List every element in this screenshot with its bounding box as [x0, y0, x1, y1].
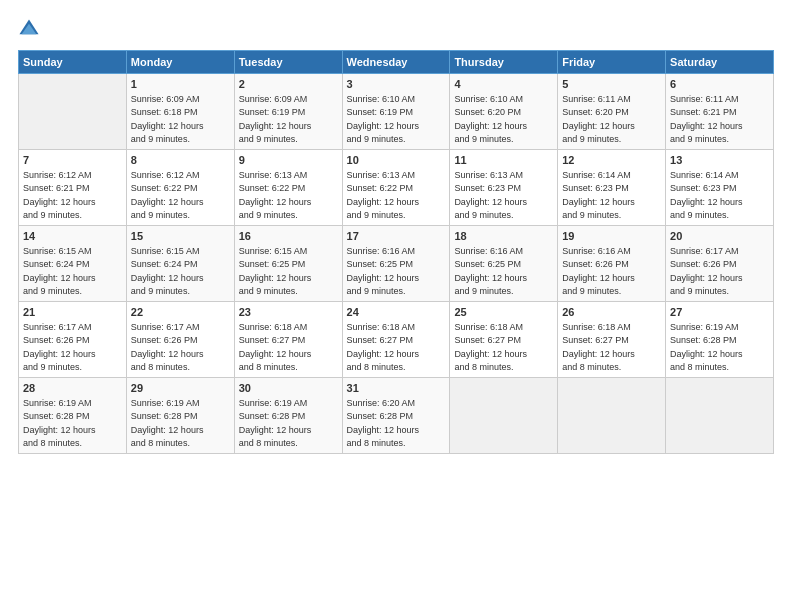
day-info: Sunrise: 6:19 AM Sunset: 6:28 PM Dayligh… — [131, 398, 204, 447]
weekday-header-tuesday: Tuesday — [234, 51, 342, 74]
day-cell: 19Sunrise: 6:16 AM Sunset: 6:26 PM Dayli… — [558, 226, 666, 302]
day-cell: 28Sunrise: 6:19 AM Sunset: 6:28 PM Dayli… — [19, 378, 127, 454]
day-number: 13 — [670, 153, 769, 167]
day-cell: 4Sunrise: 6:10 AM Sunset: 6:20 PM Daylig… — [450, 74, 558, 150]
day-cell: 24Sunrise: 6:18 AM Sunset: 6:27 PM Dayli… — [342, 302, 450, 378]
day-info: Sunrise: 6:11 AM Sunset: 6:21 PM Dayligh… — [670, 94, 743, 143]
logo — [18, 18, 44, 40]
day-info: Sunrise: 6:16 AM Sunset: 6:25 PM Dayligh… — [454, 246, 527, 295]
day-number: 5 — [562, 77, 661, 91]
day-number: 15 — [131, 229, 230, 243]
day-cell — [19, 74, 127, 150]
day-cell: 23Sunrise: 6:18 AM Sunset: 6:27 PM Dayli… — [234, 302, 342, 378]
weekday-header-thursday: Thursday — [450, 51, 558, 74]
day-number: 22 — [131, 305, 230, 319]
day-number: 18 — [454, 229, 553, 243]
day-info: Sunrise: 6:15 AM Sunset: 6:24 PM Dayligh… — [131, 246, 204, 295]
day-number: 11 — [454, 153, 553, 167]
day-cell — [666, 378, 774, 454]
day-number: 10 — [347, 153, 446, 167]
day-number: 7 — [23, 153, 122, 167]
day-cell: 9Sunrise: 6:13 AM Sunset: 6:22 PM Daylig… — [234, 150, 342, 226]
day-cell: 10Sunrise: 6:13 AM Sunset: 6:22 PM Dayli… — [342, 150, 450, 226]
day-cell: 2Sunrise: 6:09 AM Sunset: 6:19 PM Daylig… — [234, 74, 342, 150]
day-info: Sunrise: 6:10 AM Sunset: 6:20 PM Dayligh… — [454, 94, 527, 143]
day-cell: 30Sunrise: 6:19 AM Sunset: 6:28 PM Dayli… — [234, 378, 342, 454]
day-number: 31 — [347, 381, 446, 395]
day-info: Sunrise: 6:19 AM Sunset: 6:28 PM Dayligh… — [239, 398, 312, 447]
day-number: 25 — [454, 305, 553, 319]
day-cell: 8Sunrise: 6:12 AM Sunset: 6:22 PM Daylig… — [126, 150, 234, 226]
day-cell: 1Sunrise: 6:09 AM Sunset: 6:18 PM Daylig… — [126, 74, 234, 150]
day-number: 16 — [239, 229, 338, 243]
day-info: Sunrise: 6:09 AM Sunset: 6:18 PM Dayligh… — [131, 94, 204, 143]
day-cell: 7Sunrise: 6:12 AM Sunset: 6:21 PM Daylig… — [19, 150, 127, 226]
day-info: Sunrise: 6:09 AM Sunset: 6:19 PM Dayligh… — [239, 94, 312, 143]
weekday-header-friday: Friday — [558, 51, 666, 74]
day-number: 12 — [562, 153, 661, 167]
day-number: 28 — [23, 381, 122, 395]
day-number: 24 — [347, 305, 446, 319]
day-cell: 31Sunrise: 6:20 AM Sunset: 6:28 PM Dayli… — [342, 378, 450, 454]
day-cell: 22Sunrise: 6:17 AM Sunset: 6:26 PM Dayli… — [126, 302, 234, 378]
day-info: Sunrise: 6:15 AM Sunset: 6:25 PM Dayligh… — [239, 246, 312, 295]
day-number: 4 — [454, 77, 553, 91]
day-number: 20 — [670, 229, 769, 243]
day-number: 19 — [562, 229, 661, 243]
day-cell: 20Sunrise: 6:17 AM Sunset: 6:26 PM Dayli… — [666, 226, 774, 302]
day-info: Sunrise: 6:20 AM Sunset: 6:28 PM Dayligh… — [347, 398, 420, 447]
day-info: Sunrise: 6:18 AM Sunset: 6:27 PM Dayligh… — [239, 322, 312, 371]
day-info: Sunrise: 6:19 AM Sunset: 6:28 PM Dayligh… — [670, 322, 743, 371]
day-number: 17 — [347, 229, 446, 243]
day-info: Sunrise: 6:16 AM Sunset: 6:25 PM Dayligh… — [347, 246, 420, 295]
day-info: Sunrise: 6:17 AM Sunset: 6:26 PM Dayligh… — [23, 322, 96, 371]
day-cell: 11Sunrise: 6:13 AM Sunset: 6:23 PM Dayli… — [450, 150, 558, 226]
day-info: Sunrise: 6:11 AM Sunset: 6:20 PM Dayligh… — [562, 94, 635, 143]
day-number: 27 — [670, 305, 769, 319]
day-info: Sunrise: 6:16 AM Sunset: 6:26 PM Dayligh… — [562, 246, 635, 295]
weekday-header-monday: Monday — [126, 51, 234, 74]
day-number: 3 — [347, 77, 446, 91]
day-info: Sunrise: 6:14 AM Sunset: 6:23 PM Dayligh… — [562, 170, 635, 219]
week-row-5: 28Sunrise: 6:19 AM Sunset: 6:28 PM Dayli… — [19, 378, 774, 454]
day-info: Sunrise: 6:13 AM Sunset: 6:22 PM Dayligh… — [239, 170, 312, 219]
day-cell: 16Sunrise: 6:15 AM Sunset: 6:25 PM Dayli… — [234, 226, 342, 302]
day-cell: 21Sunrise: 6:17 AM Sunset: 6:26 PM Dayli… — [19, 302, 127, 378]
day-number: 30 — [239, 381, 338, 395]
day-number: 29 — [131, 381, 230, 395]
day-info: Sunrise: 6:15 AM Sunset: 6:24 PM Dayligh… — [23, 246, 96, 295]
day-cell: 25Sunrise: 6:18 AM Sunset: 6:27 PM Dayli… — [450, 302, 558, 378]
day-number: 26 — [562, 305, 661, 319]
day-cell: 13Sunrise: 6:14 AM Sunset: 6:23 PM Dayli… — [666, 150, 774, 226]
day-cell — [558, 378, 666, 454]
day-number: 14 — [23, 229, 122, 243]
day-info: Sunrise: 6:17 AM Sunset: 6:26 PM Dayligh… — [670, 246, 743, 295]
day-cell — [450, 378, 558, 454]
day-cell: 14Sunrise: 6:15 AM Sunset: 6:24 PM Dayli… — [19, 226, 127, 302]
page: SundayMondayTuesdayWednesdayThursdayFrid… — [0, 0, 792, 612]
day-cell: 27Sunrise: 6:19 AM Sunset: 6:28 PM Dayli… — [666, 302, 774, 378]
day-number: 6 — [670, 77, 769, 91]
day-number: 23 — [239, 305, 338, 319]
day-cell: 29Sunrise: 6:19 AM Sunset: 6:28 PM Dayli… — [126, 378, 234, 454]
day-number: 2 — [239, 77, 338, 91]
day-info: Sunrise: 6:18 AM Sunset: 6:27 PM Dayligh… — [454, 322, 527, 371]
day-cell: 15Sunrise: 6:15 AM Sunset: 6:24 PM Dayli… — [126, 226, 234, 302]
day-cell: 5Sunrise: 6:11 AM Sunset: 6:20 PM Daylig… — [558, 74, 666, 150]
header — [18, 18, 774, 40]
day-info: Sunrise: 6:14 AM Sunset: 6:23 PM Dayligh… — [670, 170, 743, 219]
day-info: Sunrise: 6:12 AM Sunset: 6:22 PM Dayligh… — [131, 170, 204, 219]
weekday-header-sunday: Sunday — [19, 51, 127, 74]
week-row-2: 7Sunrise: 6:12 AM Sunset: 6:21 PM Daylig… — [19, 150, 774, 226]
day-number: 1 — [131, 77, 230, 91]
day-number: 21 — [23, 305, 122, 319]
day-cell: 3Sunrise: 6:10 AM Sunset: 6:19 PM Daylig… — [342, 74, 450, 150]
day-info: Sunrise: 6:10 AM Sunset: 6:19 PM Dayligh… — [347, 94, 420, 143]
weekday-header-row: SundayMondayTuesdayWednesdayThursdayFrid… — [19, 51, 774, 74]
week-row-4: 21Sunrise: 6:17 AM Sunset: 6:26 PM Dayli… — [19, 302, 774, 378]
weekday-header-saturday: Saturday — [666, 51, 774, 74]
day-cell: 18Sunrise: 6:16 AM Sunset: 6:25 PM Dayli… — [450, 226, 558, 302]
week-row-3: 14Sunrise: 6:15 AM Sunset: 6:24 PM Dayli… — [19, 226, 774, 302]
day-number: 8 — [131, 153, 230, 167]
day-cell: 6Sunrise: 6:11 AM Sunset: 6:21 PM Daylig… — [666, 74, 774, 150]
